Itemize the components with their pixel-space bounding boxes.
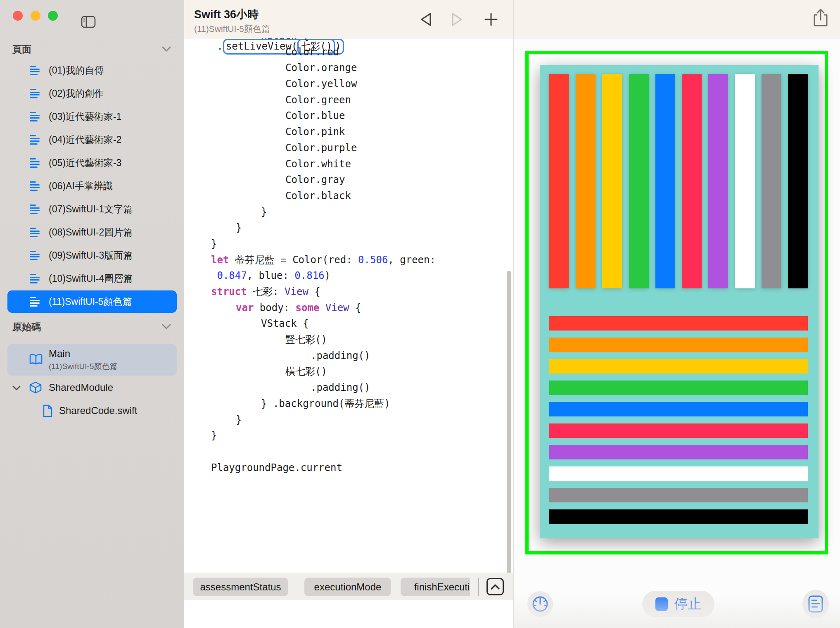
horizontal-bar-purple — [549, 445, 808, 459]
code-line-19[interactable]: 豎七彩() — [184, 332, 513, 348]
completion-button-executionMode[interactable]: executionMode — [304, 578, 391, 596]
code-line-15[interactable]: 0.847, blue: 0.816) — [184, 268, 513, 284]
code-line-14[interactable]: let 蒂芬尼藍 = Color(red: 0.506, green: — [184, 252, 513, 268]
sidebar-item-page-9[interactable]: (09)SwiftUI-3版面篇 — [0, 244, 184, 267]
share-icon[interactable] — [812, 8, 833, 29]
vertical-bar-gray — [762, 74, 781, 288]
swift-playgrounds-window: 頁面 (01)我的自傳(02)我的創作(03)近代藝術家-1(04)近代藝術家-… — [0, 0, 840, 628]
page-lines-icon — [30, 66, 40, 75]
back-button[interactable] — [415, 9, 436, 30]
document-subtitle: (11)SwiftUI-5顏色篇 — [194, 23, 270, 35]
code-line-8[interactable]: Color.white — [184, 156, 513, 172]
horizontal-color-bars — [549, 316, 808, 531]
live-view-frame — [525, 51, 828, 554]
sidebar-item-page-2[interactable]: (02)我的創作 — [0, 82, 184, 105]
code-line-4[interactable]: Color.green — [184, 92, 513, 108]
page-label: (06)AI手掌辨識 — [49, 180, 113, 193]
vertical-bar-black — [788, 74, 808, 288]
sharedmodule-label: SharedModule — [49, 382, 113, 393]
code-line-13[interactable]: } — [184, 236, 513, 252]
code-line-11[interactable]: } — [184, 204, 513, 220]
code-line-5[interactable]: Color.blue — [184, 108, 513, 124]
stop-button-label: 停止 — [674, 595, 702, 614]
code-line-25[interactable]: } — [184, 428, 513, 444]
page-lines-icon — [30, 181, 40, 191]
page-label: (08)SwiftUI-2圖片篇 — [49, 226, 133, 239]
page-label: (05)近代藝術家-3 — [49, 157, 121, 169]
sidebar-item-page-5[interactable]: (05)近代藝術家-3 — [0, 151, 184, 174]
stop-icon — [655, 597, 668, 611]
expand-keyboard-bar-button[interactable] — [486, 578, 504, 595]
horizontal-bar-green — [549, 381, 808, 395]
minimize-window-button[interactable] — [31, 11, 40, 21]
code-line-23[interactable]: } .background(蒂芬尼藍) — [184, 396, 513, 412]
code-line-10[interactable]: Color.black — [184, 188, 513, 204]
code-line-12[interactable]: } — [184, 220, 513, 236]
forward-button[interactable] — [447, 9, 467, 30]
sidebar-item-sharedcode[interactable]: SharedCode.swift — [0, 399, 184, 422]
vertical-bar-orange — [576, 74, 596, 288]
page-label: (01)我的自傳 — [49, 64, 104, 77]
sidebar-item-sharedmodule[interactable]: SharedModule — [0, 376, 184, 399]
sidebar-item-page-10[interactable]: (10)SwiftUI-4圖層篇 — [0, 267, 184, 290]
page-lines-icon — [30, 274, 40, 283]
code-block[interactable]: HStack {Color.redColor.orangeColor.yello… — [184, 38, 513, 476]
horizontal-bar-red — [549, 316, 808, 331]
sources-section-header: 原始碼 — [12, 321, 41, 333]
code-line-16[interactable]: struct 七彩: View { — [184, 284, 513, 300]
sharedcode-label: SharedCode.swift — [59, 405, 137, 416]
vertical-color-bars — [549, 74, 808, 288]
sidebar-item-page-3[interactable]: (03)近代藝術家-1 — [0, 105, 184, 128]
code-line-7[interactable]: Color.purple — [184, 140, 513, 156]
close-window-button[interactable] — [13, 11, 23, 21]
page-lines-icon — [30, 89, 40, 98]
completion-button-finishExecuti[interactable]: finishExecuti — [401, 578, 470, 596]
code-line-9[interactable]: Color.gray — [184, 172, 513, 188]
code-line-24[interactable]: } — [184, 412, 513, 428]
performance-gauge-button[interactable] — [527, 591, 553, 617]
code-line-0[interactable]: HStack { — [184, 38, 513, 44]
horizontal-bar-pink — [549, 423, 808, 438]
page-label: (07)SwiftUI-1文字篇 — [49, 203, 133, 216]
main-item-title: Main — [49, 348, 70, 359]
page-label: (09)SwiftUI-3版面篇 — [49, 249, 133, 262]
code-line-21[interactable]: 橫七彩() — [184, 364, 513, 380]
chevron-down-icon[interactable] — [12, 385, 21, 392]
sidebar-toggle-icon[interactable] — [81, 16, 96, 28]
chevron-down-icon[interactable] — [162, 324, 171, 331]
editor-scrollbar[interactable] — [507, 271, 511, 590]
sidebar-item-page-4[interactable]: (04)近代藝術家-2 — [0, 128, 184, 151]
sidebar-item-main[interactable]: Main (11)SwiftUI-5顏色篇 — [7, 344, 177, 376]
code-line-6[interactable]: Color.pink — [184, 124, 513, 140]
sidebar: 頁面 (01)我的自傳(02)我的創作(03)近代藝術家-1(04)近代藝術家-… — [0, 0, 184, 628]
add-button[interactable] — [481, 9, 501, 30]
code-line-20[interactable]: .padding() — [184, 348, 513, 364]
completion-button-assessmentStatus[interactable]: assessmentStatus — [193, 578, 288, 596]
code-line-3[interactable]: Color.yellow — [184, 76, 513, 92]
page-label: (03)近代藝術家-1 — [49, 110, 121, 123]
vertical-bar-yellow — [602, 74, 622, 288]
sidebar-item-page-1[interactable]: (01)我的自傳 — [0, 59, 184, 82]
code-editor[interactable]: HStack {Color.redColor.orangeColor.yello… — [184, 38, 513, 600]
code-line-2[interactable]: Color.orange — [184, 60, 513, 76]
vertical-bar-white — [735, 74, 755, 288]
code-line-22[interactable]: .padding() — [184, 380, 513, 396]
horizontal-bar-black — [549, 509, 808, 524]
sidebar-item-page-6[interactable]: (06)AI手掌辨識 — [0, 174, 184, 197]
code-line-17[interactable]: var body: some View { — [184, 300, 513, 316]
sidebar-item-page-7[interactable]: (07)SwiftUI-1文字篇 — [0, 197, 184, 221]
log-icon — [807, 595, 824, 614]
sidebar-item-page-8[interactable]: (08)SwiftUI-2圖片篇 — [0, 221, 184, 244]
code-line-18[interactable]: VStack { — [184, 316, 513, 332]
chevron-down-icon[interactable] — [162, 46, 171, 54]
log-viewer-button[interactable] — [802, 590, 829, 618]
code-line-27[interactable]: PlaygroundPage.current — [184, 460, 513, 476]
horizontal-bar-yellow — [549, 359, 808, 373]
document-title: Swift 36小時 — [194, 7, 259, 22]
code-line-1[interactable]: Color.red — [184, 44, 513, 60]
stop-button[interactable]: 停止 — [642, 591, 714, 617]
code-line-26[interactable] — [184, 444, 513, 460]
book-icon — [29, 353, 43, 367]
zoom-window-button[interactable] — [48, 11, 58, 21]
sidebar-item-page-11[interactable]: (11)SwiftUI-5顏色篇 — [0, 290, 184, 313]
